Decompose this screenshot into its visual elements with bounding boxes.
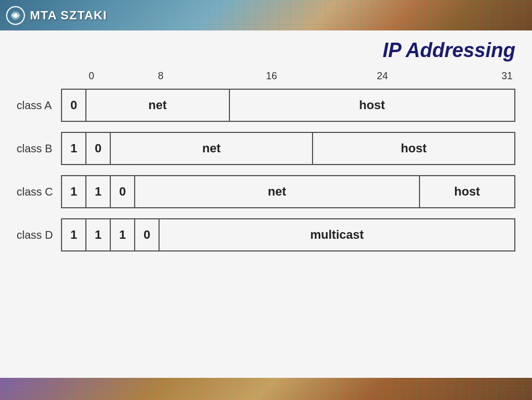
ruler-16: 16	[216, 70, 327, 82]
header-bar: MTA SZTAKI	[0, 0, 532, 30]
class-a-row: class A 0 net host	[17, 89, 515, 122]
class-c-grid: 1 1 0 net host	[61, 175, 515, 208]
class-b-net: net	[111, 133, 313, 164]
logo-text: MTA SZTAKI	[30, 8, 107, 23]
class-b-grid: 1 0 net host	[61, 132, 515, 165]
class-b-label: class B	[17, 142, 61, 155]
class-d-bit-1: 1	[86, 219, 111, 250]
class-c-bit-1: 1	[86, 176, 111, 207]
class-a-net: net	[86, 90, 230, 121]
class-a-bit-0: 0	[62, 90, 86, 121]
class-d-multicast: multicast	[160, 219, 514, 250]
class-c-bit-0: 1	[62, 176, 86, 207]
page-title: IP Addressing	[17, 39, 515, 62]
class-d-row: class D 1 1 1 0 multicast	[17, 218, 515, 252]
class-c-row: class C 1 1 0 net host	[17, 175, 515, 208]
bottom-bar	[0, 378, 532, 400]
logo-area: MTA SZTAKI	[6, 6, 107, 25]
ruler-0: 0	[78, 70, 105, 82]
class-d-bit-3: 0	[135, 219, 160, 250]
class-b-host: host	[313, 133, 514, 164]
svg-point-2	[14, 14, 17, 17]
mta-logo-icon	[6, 6, 25, 25]
class-d-bit-0: 1	[62, 219, 86, 250]
class-d-bit-2: 1	[111, 219, 135, 250]
class-b-bit-1: 0	[86, 133, 111, 164]
class-a-host: host	[230, 90, 514, 121]
class-c-net: net	[135, 176, 420, 207]
ruler-24: 24	[327, 70, 438, 82]
main-content: IP Addressing 0 8 16 24 31 class A 0 net…	[0, 30, 532, 400]
class-c-host: host	[420, 176, 515, 207]
class-b-bit-0: 1	[62, 133, 86, 164]
ruler-8: 8	[105, 70, 216, 82]
class-d-label: class D	[17, 229, 61, 242]
class-c-label: class C	[17, 186, 61, 198]
class-a-grid: 0 net host	[61, 89, 515, 122]
class-b-row: class B 1 0 net host	[17, 132, 515, 165]
class-d-grid: 1 1 1 0 multicast	[61, 218, 515, 252]
class-a-label: class A	[17, 99, 61, 112]
ruler-31: 31	[438, 70, 515, 82]
class-c-bit-2: 0	[111, 176, 135, 207]
